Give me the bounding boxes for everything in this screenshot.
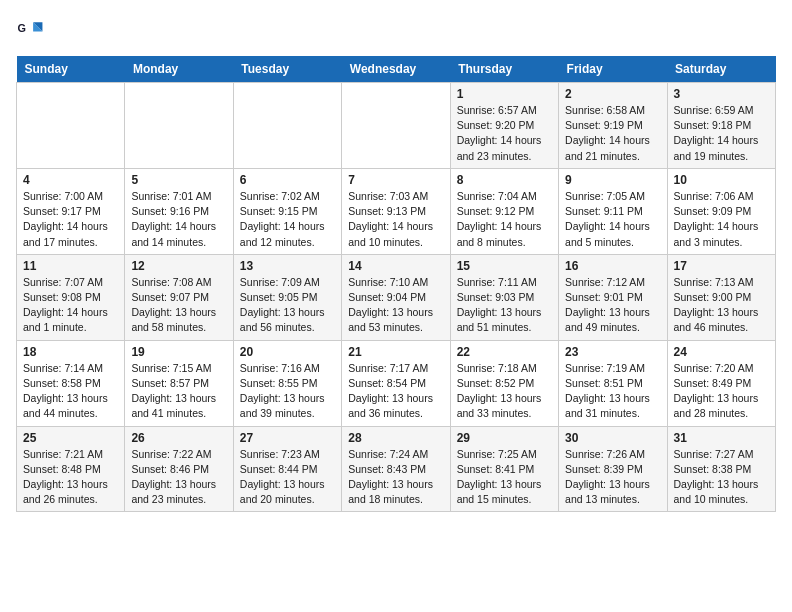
day-info: Sunrise: 7:09 AM Sunset: 9:05 PM Dayligh… xyxy=(240,275,335,336)
calendar-table: SundayMondayTuesdayWednesdayThursdayFrid… xyxy=(16,56,776,512)
day-number: 6 xyxy=(240,173,335,187)
day-number: 25 xyxy=(23,431,118,445)
day-info: Sunrise: 7:00 AM Sunset: 9:17 PM Dayligh… xyxy=(23,189,118,250)
day-info: Sunrise: 7:04 AM Sunset: 9:12 PM Dayligh… xyxy=(457,189,552,250)
day-number: 18 xyxy=(23,345,118,359)
day-number: 22 xyxy=(457,345,552,359)
weekday-header-saturday: Saturday xyxy=(667,56,775,83)
calendar-week-5: 25Sunrise: 7:21 AM Sunset: 8:48 PM Dayli… xyxy=(17,426,776,512)
calendar-cell: 30Sunrise: 7:26 AM Sunset: 8:39 PM Dayli… xyxy=(559,426,667,512)
day-info: Sunrise: 7:11 AM Sunset: 9:03 PM Dayligh… xyxy=(457,275,552,336)
day-info: Sunrise: 7:10 AM Sunset: 9:04 PM Dayligh… xyxy=(348,275,443,336)
day-number: 13 xyxy=(240,259,335,273)
calendar-cell: 9Sunrise: 7:05 AM Sunset: 9:11 PM Daylig… xyxy=(559,168,667,254)
calendar-cell: 26Sunrise: 7:22 AM Sunset: 8:46 PM Dayli… xyxy=(125,426,233,512)
calendar-cell: 20Sunrise: 7:16 AM Sunset: 8:55 PM Dayli… xyxy=(233,340,341,426)
svg-text:G: G xyxy=(18,22,26,34)
day-number: 19 xyxy=(131,345,226,359)
calendar-week-4: 18Sunrise: 7:14 AM Sunset: 8:58 PM Dayli… xyxy=(17,340,776,426)
day-info: Sunrise: 6:59 AM Sunset: 9:18 PM Dayligh… xyxy=(674,103,769,164)
weekday-header-wednesday: Wednesday xyxy=(342,56,450,83)
day-number: 11 xyxy=(23,259,118,273)
calendar-cell: 8Sunrise: 7:04 AM Sunset: 9:12 PM Daylig… xyxy=(450,168,558,254)
day-number: 17 xyxy=(674,259,769,273)
day-info: Sunrise: 7:24 AM Sunset: 8:43 PM Dayligh… xyxy=(348,447,443,508)
day-number: 26 xyxy=(131,431,226,445)
calendar-cell: 27Sunrise: 7:23 AM Sunset: 8:44 PM Dayli… xyxy=(233,426,341,512)
day-number: 1 xyxy=(457,87,552,101)
calendar-cell: 18Sunrise: 7:14 AM Sunset: 8:58 PM Dayli… xyxy=(17,340,125,426)
calendar-cell: 2Sunrise: 6:58 AM Sunset: 9:19 PM Daylig… xyxy=(559,83,667,169)
weekday-header-tuesday: Tuesday xyxy=(233,56,341,83)
logo-icon: G xyxy=(16,16,44,44)
calendar-cell xyxy=(125,83,233,169)
calendar-cell: 10Sunrise: 7:06 AM Sunset: 9:09 PM Dayli… xyxy=(667,168,775,254)
day-number: 27 xyxy=(240,431,335,445)
day-info: Sunrise: 7:20 AM Sunset: 8:49 PM Dayligh… xyxy=(674,361,769,422)
day-number: 15 xyxy=(457,259,552,273)
day-info: Sunrise: 7:26 AM Sunset: 8:39 PM Dayligh… xyxy=(565,447,660,508)
day-number: 29 xyxy=(457,431,552,445)
calendar-week-2: 4Sunrise: 7:00 AM Sunset: 9:17 PM Daylig… xyxy=(17,168,776,254)
calendar-cell: 24Sunrise: 7:20 AM Sunset: 8:49 PM Dayli… xyxy=(667,340,775,426)
calendar-cell: 22Sunrise: 7:18 AM Sunset: 8:52 PM Dayli… xyxy=(450,340,558,426)
weekday-header-sunday: Sunday xyxy=(17,56,125,83)
calendar-cell: 17Sunrise: 7:13 AM Sunset: 9:00 PM Dayli… xyxy=(667,254,775,340)
day-info: Sunrise: 7:16 AM Sunset: 8:55 PM Dayligh… xyxy=(240,361,335,422)
day-info: Sunrise: 7:21 AM Sunset: 8:48 PM Dayligh… xyxy=(23,447,118,508)
calendar-cell: 14Sunrise: 7:10 AM Sunset: 9:04 PM Dayli… xyxy=(342,254,450,340)
calendar-cell: 19Sunrise: 7:15 AM Sunset: 8:57 PM Dayli… xyxy=(125,340,233,426)
calendar-cell: 11Sunrise: 7:07 AM Sunset: 9:08 PM Dayli… xyxy=(17,254,125,340)
calendar-cell: 12Sunrise: 7:08 AM Sunset: 9:07 PM Dayli… xyxy=(125,254,233,340)
page-header: G xyxy=(16,16,776,44)
calendar-cell: 4Sunrise: 7:00 AM Sunset: 9:17 PM Daylig… xyxy=(17,168,125,254)
day-number: 16 xyxy=(565,259,660,273)
calendar-week-3: 11Sunrise: 7:07 AM Sunset: 9:08 PM Dayli… xyxy=(17,254,776,340)
day-info: Sunrise: 6:57 AM Sunset: 9:20 PM Dayligh… xyxy=(457,103,552,164)
calendar-cell: 1Sunrise: 6:57 AM Sunset: 9:20 PM Daylig… xyxy=(450,83,558,169)
calendar-cell: 3Sunrise: 6:59 AM Sunset: 9:18 PM Daylig… xyxy=(667,83,775,169)
day-info: Sunrise: 7:23 AM Sunset: 8:44 PM Dayligh… xyxy=(240,447,335,508)
day-info: Sunrise: 7:19 AM Sunset: 8:51 PM Dayligh… xyxy=(565,361,660,422)
calendar-cell: 15Sunrise: 7:11 AM Sunset: 9:03 PM Dayli… xyxy=(450,254,558,340)
day-number: 30 xyxy=(565,431,660,445)
day-number: 14 xyxy=(348,259,443,273)
day-info: Sunrise: 7:01 AM Sunset: 9:16 PM Dayligh… xyxy=(131,189,226,250)
calendar-cell: 5Sunrise: 7:01 AM Sunset: 9:16 PM Daylig… xyxy=(125,168,233,254)
day-info: Sunrise: 7:15 AM Sunset: 8:57 PM Dayligh… xyxy=(131,361,226,422)
day-number: 24 xyxy=(674,345,769,359)
weekday-header-thursday: Thursday xyxy=(450,56,558,83)
calendar-cell: 23Sunrise: 7:19 AM Sunset: 8:51 PM Dayli… xyxy=(559,340,667,426)
day-number: 10 xyxy=(674,173,769,187)
day-info: Sunrise: 7:27 AM Sunset: 8:38 PM Dayligh… xyxy=(674,447,769,508)
day-info: Sunrise: 7:22 AM Sunset: 8:46 PM Dayligh… xyxy=(131,447,226,508)
calendar-cell: 25Sunrise: 7:21 AM Sunset: 8:48 PM Dayli… xyxy=(17,426,125,512)
calendar-cell: 13Sunrise: 7:09 AM Sunset: 9:05 PM Dayli… xyxy=(233,254,341,340)
day-number: 5 xyxy=(131,173,226,187)
day-info: Sunrise: 7:12 AM Sunset: 9:01 PM Dayligh… xyxy=(565,275,660,336)
calendar-header-row: SundayMondayTuesdayWednesdayThursdayFrid… xyxy=(17,56,776,83)
calendar-cell: 31Sunrise: 7:27 AM Sunset: 8:38 PM Dayli… xyxy=(667,426,775,512)
day-number: 3 xyxy=(674,87,769,101)
day-number: 28 xyxy=(348,431,443,445)
day-info: Sunrise: 7:03 AM Sunset: 9:13 PM Dayligh… xyxy=(348,189,443,250)
logo: G xyxy=(16,16,48,44)
day-number: 12 xyxy=(131,259,226,273)
day-info: Sunrise: 7:13 AM Sunset: 9:00 PM Dayligh… xyxy=(674,275,769,336)
day-number: 4 xyxy=(23,173,118,187)
day-number: 23 xyxy=(565,345,660,359)
calendar-cell: 28Sunrise: 7:24 AM Sunset: 8:43 PM Dayli… xyxy=(342,426,450,512)
calendar-cell: 29Sunrise: 7:25 AM Sunset: 8:41 PM Dayli… xyxy=(450,426,558,512)
calendar-cell: 7Sunrise: 7:03 AM Sunset: 9:13 PM Daylig… xyxy=(342,168,450,254)
day-info: Sunrise: 7:17 AM Sunset: 8:54 PM Dayligh… xyxy=(348,361,443,422)
day-number: 8 xyxy=(457,173,552,187)
calendar-cell: 16Sunrise: 7:12 AM Sunset: 9:01 PM Dayli… xyxy=(559,254,667,340)
day-info: Sunrise: 7:02 AM Sunset: 9:15 PM Dayligh… xyxy=(240,189,335,250)
calendar-week-1: 1Sunrise: 6:57 AM Sunset: 9:20 PM Daylig… xyxy=(17,83,776,169)
day-info: Sunrise: 6:58 AM Sunset: 9:19 PM Dayligh… xyxy=(565,103,660,164)
day-number: 7 xyxy=(348,173,443,187)
calendar-cell: 6Sunrise: 7:02 AM Sunset: 9:15 PM Daylig… xyxy=(233,168,341,254)
calendar-cell xyxy=(342,83,450,169)
day-info: Sunrise: 7:05 AM Sunset: 9:11 PM Dayligh… xyxy=(565,189,660,250)
day-number: 31 xyxy=(674,431,769,445)
